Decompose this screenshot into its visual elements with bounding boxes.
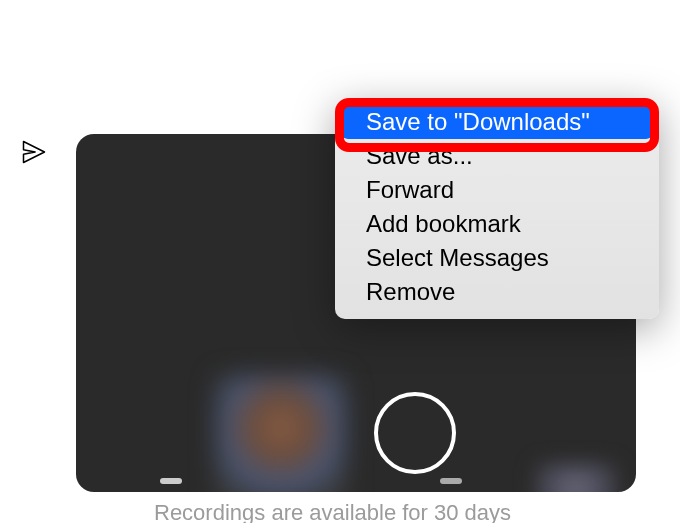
menu-item-add-bookmark[interactable]: Add bookmark <box>342 207 652 241</box>
menu-item-save-downloads[interactable]: Save to "Downloads" <box>342 105 652 139</box>
scrubber-segment <box>440 478 462 484</box>
menu-item-forward[interactable]: Forward <box>342 173 652 207</box>
scrubber-segment <box>160 478 182 484</box>
menu-item-remove[interactable]: Remove <box>342 275 652 309</box>
video-preview-figure-2 <box>536 464 616 492</box>
play-button[interactable] <box>374 392 456 474</box>
menu-item-save-as[interactable]: Save as... <box>342 139 652 173</box>
send-icon[interactable] <box>20 138 48 166</box>
context-menu: Save to "Downloads" Save as... Forward A… <box>335 98 659 319</box>
menu-item-select-messages[interactable]: Select Messages <box>342 241 652 275</box>
retention-notice: Recordings are available for 30 days <box>154 500 511 523</box>
video-preview-figure <box>216 376 346 492</box>
